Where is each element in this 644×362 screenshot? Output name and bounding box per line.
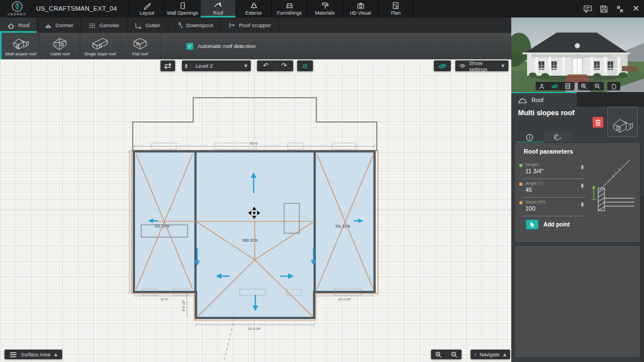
- collapse-panel-button[interactable]: [616, 5, 624, 13]
- area-label-right: 391.33 ft²: [335, 224, 351, 228]
- navigate-label: Navigate: [480, 352, 500, 357]
- building-floors-icon: [565, 83, 571, 89]
- roof-type-multi-slopes[interactable]: Multi slopes roof: [0, 33, 40, 59]
- zoom-out-button[interactable]: [446, 351, 462, 358]
- tool-tab-genoise[interactable]: Genoise: [81, 18, 127, 33]
- trash-icon: [595, 119, 601, 126]
- flat-roof-icon: [130, 36, 150, 51]
- close-icon[interactable]: ✕: [632, 5, 639, 13]
- tool-tab-downspout[interactable]: Downspout: [168, 18, 221, 33]
- level-selector[interactable]: ▲▼ Level 2 ▼: [182, 60, 251, 71]
- dim-bottom-left: 12'-0": [160, 298, 168, 301]
- panel-tab-row: Roof: [511, 92, 644, 107]
- slope-field[interactable]: Slope (%) 100 ▲▼: [519, 199, 585, 216]
- camera-orbit-button[interactable]: [434, 60, 451, 71]
- 3d-preview-viewport[interactable]: [511, 18, 644, 92]
- floor-view-button[interactable]: [562, 82, 575, 90]
- level-stepper[interactable]: ▲▼: [182, 62, 191, 69]
- slope-stepper[interactable]: ▲▼: [581, 202, 584, 207]
- preview-zoom-out-button[interactable]: [591, 82, 604, 90]
- empty-parameters-card: [515, 246, 640, 357]
- floor-plan-canvas[interactable]: 52'-0" 12'-0" 10'-0 1/4" 20'-0 3/4" 8'-0…: [0, 59, 511, 362]
- palette-icon: [554, 134, 561, 141]
- angle-value[interactable]: 45: [525, 186, 532, 193]
- automatic-roof-detection-toggle[interactable]: ✓ Automatic roof detection: [186, 33, 255, 59]
- redo-button[interactable]: ↷: [275, 60, 293, 71]
- angle-field[interactable]: Angle (°) 45 ▲▼: [519, 181, 585, 198]
- hand-icon: [611, 83, 616, 89]
- tab-exterior[interactable]: Exterior: [236, 0, 271, 18]
- walkthrough-view-button[interactable]: [536, 82, 549, 90]
- preview-zoom-in-button[interactable]: [578, 82, 591, 90]
- zoom-in-button[interactable]: [431, 351, 446, 358]
- show-settings-dropdown[interactable]: Show settings ▼: [455, 60, 508, 71]
- surface-area-button[interactable]: Surface Area ▲: [5, 350, 62, 359]
- erase-circle-icon: ⊘: [302, 62, 308, 70]
- orbit-view-button[interactable]: [549, 82, 562, 90]
- person-icon: [539, 84, 545, 89]
- subtab-info[interactable]: [516, 132, 543, 143]
- main-navigation: Layout Wall Openings Roof Exterior Furni…: [129, 0, 414, 18]
- tab-roof[interactable]: Roof: [200, 0, 236, 18]
- tab-layout[interactable]: Layout: [129, 0, 164, 18]
- undo-button[interactable]: ↶: [257, 60, 275, 71]
- list-icon: [10, 352, 17, 357]
- slope-status-dot: [519, 201, 523, 204]
- roof-type-thumbnail[interactable]: [607, 107, 638, 137]
- tool-tab-dormer[interactable]: Dormer: [37, 18, 81, 33]
- gable-roof-icon: [50, 36, 69, 51]
- paint-roller-icon: [321, 2, 329, 10]
- panel-scrollbar[interactable]: [641, 196, 644, 362]
- save-button[interactable]: [600, 5, 608, 13]
- zoom-in-icon: [435, 351, 442, 358]
- erase-roof-button[interactable]: ⊘: [297, 60, 313, 71]
- roof-type-gable[interactable]: Gable roof: [40, 33, 80, 59]
- navigate-dropdown[interactable]: Navigate ▲: [471, 350, 510, 359]
- subtab-materials[interactable]: [543, 132, 571, 143]
- 3d-house-preview: [511, 18, 644, 92]
- zoom-out-icon: [451, 351, 458, 358]
- downspout-icon: [176, 22, 183, 29]
- panel-tab-roof[interactable]: Roof: [511, 92, 577, 107]
- cedreo-logo[interactable]: CEDREO: [5, 1, 29, 16]
- height-field[interactable]: Height 11 3/4" ▲▼: [519, 162, 585, 179]
- roof-type-flat[interactable]: Flat roof: [120, 33, 160, 59]
- tab-materials[interactable]: Materials: [307, 0, 342, 18]
- cedreo-app-window: CEDREO US_CRAFTSMAN_EXT_04 Layout Wall O…: [0, 0, 644, 362]
- pan-view-button[interactable]: [607, 82, 620, 90]
- dim-top: 52'-0": [250, 142, 258, 145]
- tab-furnishings[interactable]: Furnishings: [271, 0, 307, 18]
- add-point-button[interactable]: Add point: [526, 220, 570, 229]
- delete-roof-button[interactable]: [593, 117, 603, 128]
- angle-label: Angle (°): [525, 181, 543, 186]
- show-settings-label: Show settings: [469, 60, 498, 72]
- feedback-button[interactable]: [584, 5, 592, 13]
- roof-type-single-slope[interactable]: Single slope roof: [80, 33, 120, 59]
- zoom-controls: [431, 350, 462, 359]
- height-label: Height: [525, 162, 538, 167]
- tool-tab-roof[interactable]: Roof: [0, 18, 37, 33]
- pencil-icon: [143, 2, 151, 10]
- level-switch-button[interactable]: ⇄: [160, 60, 175, 71]
- checkbox-checked-icon[interactable]: ✓: [186, 43, 193, 50]
- dormer-icon: [45, 22, 52, 29]
- roof-scupper-icon: [228, 22, 236, 29]
- roof-type-ribbon: Multi slopes roof Gable roof Single slop…: [0, 33, 511, 59]
- chevron-down-icon: ▼: [502, 64, 504, 68]
- tab-hd-visual[interactable]: HD Visual: [342, 0, 378, 18]
- tab-wall-openings[interactable]: Wall Openings: [164, 0, 200, 18]
- collapse-icon: [616, 5, 624, 13]
- area-label-center: 889.32 ft²: [242, 238, 258, 242]
- height-stepper[interactable]: ▲▼: [581, 164, 584, 170]
- tree-icon: [250, 2, 258, 10]
- level-selector-value: Level 2: [191, 63, 241, 69]
- angle-stepper[interactable]: ▲▼: [581, 183, 584, 189]
- mouse-icon: [475, 351, 476, 358]
- slope-value[interactable]: 100: [525, 205, 536, 212]
- roof-plan-drawing[interactable]: 52'-0" 12'-0" 10'-0 1/4" 20'-0 3/4" 8'-0…: [0, 59, 511, 362]
- tab-plan[interactable]: Plan: [378, 0, 414, 18]
- height-value[interactable]: 11 3/4": [525, 168, 543, 175]
- tool-tab-gutter[interactable]: Gutter: [127, 18, 168, 33]
- title-bar: CEDREO US_CRAFTSMAN_EXT_04 Layout Wall O…: [0, 0, 644, 18]
- tool-tab-roof-scupper[interactable]: Roof scupper: [221, 18, 279, 33]
